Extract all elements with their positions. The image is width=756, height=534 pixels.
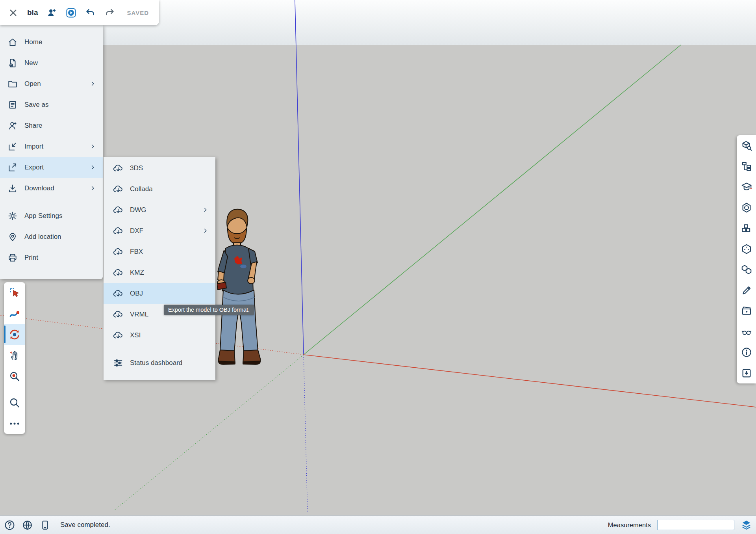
materials-icon bbox=[741, 222, 752, 234]
more-tools-button[interactable] bbox=[4, 413, 25, 434]
export-item-fbx[interactable]: FBX bbox=[104, 241, 215, 262]
pan-tool-button[interactable] bbox=[4, 345, 25, 366]
axis-red-solid bbox=[304, 355, 756, 407]
cloud-download-icon bbox=[113, 184, 124, 195]
menu-item-label: Export bbox=[24, 164, 44, 171]
export-item-label: XSI bbox=[130, 331, 141, 339]
measurements-input[interactable] bbox=[657, 520, 734, 530]
top-app-bar: bla SAVED bbox=[0, 0, 159, 25]
menu-item-label: Open bbox=[24, 80, 41, 88]
select-tool-button[interactable] bbox=[4, 282, 25, 303]
cloud-download-icon bbox=[113, 330, 124, 341]
export-item-3ds[interactable]: 3DS bbox=[104, 158, 215, 179]
left-tool-rail bbox=[4, 282, 25, 434]
new-file-icon bbox=[7, 58, 18, 68]
status-message: Save completed. bbox=[60, 521, 110, 529]
export-item-dxf[interactable]: DXF bbox=[104, 220, 215, 241]
menu-item-open[interactable]: Open bbox=[0, 73, 103, 94]
chevron-right-icon bbox=[202, 206, 209, 214]
share-person-icon bbox=[7, 121, 18, 131]
components-button[interactable] bbox=[737, 197, 756, 218]
menu-item-app-settings[interactable]: App Settings bbox=[0, 205, 103, 226]
menu-item-new[interactable]: New bbox=[0, 52, 103, 73]
menu-item-label: Save as bbox=[24, 101, 48, 109]
instructor-icon bbox=[741, 181, 752, 193]
export-item-label: 3DS bbox=[130, 164, 143, 172]
orbit-tool-button[interactable] bbox=[4, 324, 25, 345]
chevron-right-icon bbox=[89, 164, 96, 171]
export-item-label: VRML bbox=[130, 311, 148, 318]
menu-item-label: Add location bbox=[24, 233, 61, 241]
menu-item-label: Import bbox=[24, 143, 43, 151]
menu-item-import[interactable]: Import bbox=[0, 136, 103, 157]
sketchup-logo-icon[interactable] bbox=[741, 519, 752, 531]
select-tool-icon bbox=[8, 287, 21, 299]
glasses-icon bbox=[741, 326, 752, 338]
cloud-download-icon bbox=[113, 309, 124, 320]
cloud-download-icon bbox=[113, 246, 124, 257]
zoom-tool-button[interactable] bbox=[4, 366, 25, 387]
materials-button[interactable] bbox=[737, 218, 756, 239]
menu-item-save-as[interactable]: Save as bbox=[0, 94, 103, 115]
export-item-label: DWG bbox=[130, 206, 146, 214]
globe-icon[interactable] bbox=[22, 519, 33, 531]
obj-export-tooltip: Export the model to OBJ format. bbox=[164, 305, 254, 315]
export-item-xsi[interactable]: XSI bbox=[104, 325, 215, 346]
home-icon bbox=[7, 37, 18, 47]
printer-icon bbox=[7, 253, 18, 263]
components-icon bbox=[741, 202, 752, 214]
person-add-icon[interactable] bbox=[46, 7, 57, 18]
search-tool-button[interactable] bbox=[4, 392, 25, 413]
cloud-download-icon bbox=[113, 205, 124, 216]
right-panel-rail bbox=[737, 135, 756, 383]
model-person-figure[interactable] bbox=[217, 207, 279, 366]
export-item-obj[interactable]: OBJ bbox=[104, 283, 215, 304]
export-submenu-panel: 3DS Collada DWG DXF FBX KMZ OBJ VRML XSI bbox=[104, 157, 215, 380]
download-icon bbox=[7, 183, 18, 194]
entity-info-button[interactable] bbox=[737, 135, 756, 156]
outliner-button[interactable] bbox=[737, 156, 756, 177]
device-icon[interactable] bbox=[39, 519, 51, 531]
menu-item-download[interactable]: Download bbox=[0, 178, 103, 199]
entity-info-icon bbox=[741, 140, 752, 151]
undo-icon[interactable] bbox=[85, 7, 96, 18]
menu-item-home[interactable]: Home bbox=[0, 32, 103, 52]
chevron-right-icon bbox=[89, 184, 96, 192]
export-item-kmz[interactable]: KMZ bbox=[104, 262, 215, 283]
close-icon[interactable] bbox=[8, 7, 19, 18]
instructor-button[interactable] bbox=[737, 177, 756, 197]
menu-item-export[interactable]: Export bbox=[0, 157, 103, 178]
redo-icon[interactable] bbox=[104, 7, 115, 18]
warehouse-button[interactable] bbox=[737, 363, 756, 384]
main-menu-panel: Home New Open Save as Share Import Expor… bbox=[0, 25, 103, 279]
animation-button[interactable] bbox=[737, 301, 756, 322]
tags-icon bbox=[741, 264, 752, 275]
gear-icon bbox=[7, 211, 18, 221]
menu-item-add-location[interactable]: Add location bbox=[0, 226, 103, 247]
menu-item-print[interactable]: Print bbox=[0, 247, 103, 268]
axis-blue-dotted bbox=[304, 355, 308, 513]
help-icon[interactable] bbox=[4, 519, 15, 531]
chevron-right-icon bbox=[89, 143, 96, 150]
tags-button[interactable] bbox=[737, 259, 756, 280]
pencil-button[interactable] bbox=[737, 280, 756, 301]
submenu-divider bbox=[111, 349, 208, 349]
search-icon bbox=[8, 396, 21, 409]
menu-item-share[interactable]: Share bbox=[0, 115, 103, 136]
tool-rail-gap bbox=[4, 387, 25, 392]
export-item-dwg[interactable]: DWG bbox=[104, 199, 215, 220]
play-button-icon[interactable] bbox=[66, 7, 76, 18]
menu-item-label: App Settings bbox=[24, 212, 62, 220]
paint-tool-button[interactable] bbox=[4, 303, 25, 324]
glasses-button[interactable] bbox=[737, 322, 756, 342]
export-item-collada[interactable]: Collada bbox=[104, 179, 215, 199]
menu-item-label: Print bbox=[24, 254, 38, 262]
styles-button[interactable] bbox=[737, 239, 756, 260]
export-item-status-dashboard[interactable]: Status dashboard bbox=[104, 352, 215, 373]
model-info-button[interactable] bbox=[737, 342, 756, 363]
pan-tool-icon bbox=[8, 349, 21, 362]
export-icon bbox=[7, 162, 18, 173]
location-pin-icon bbox=[7, 232, 18, 242]
sliders-icon bbox=[113, 357, 124, 368]
chevron-right-icon bbox=[89, 80, 96, 87]
